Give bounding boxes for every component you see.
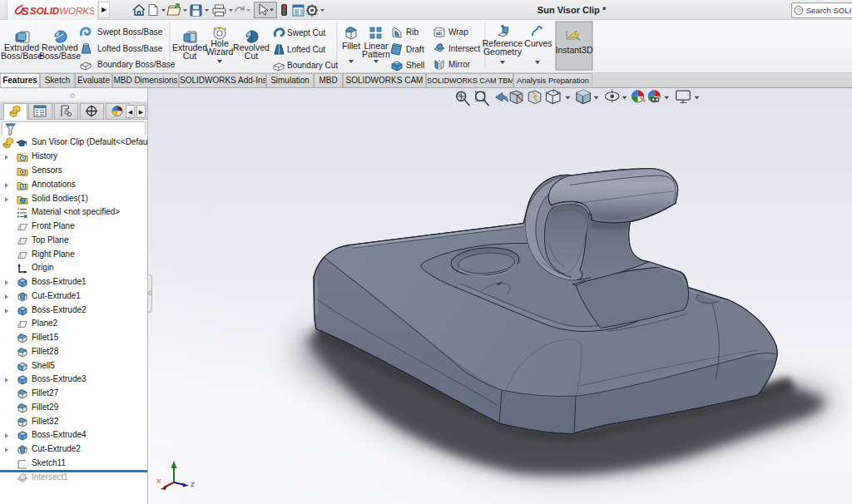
svg-text:SOLIDWORKS: SOLIDWORKS	[30, 6, 94, 16]
svg-text:ab: ab	[436, 31, 442, 36]
svg-text:A: A	[22, 184, 25, 189]
svg-text:X: X	[156, 477, 161, 485]
svg-text:S: S	[22, 5, 29, 17]
svg-text:Z: Z	[191, 481, 195, 488]
svg-text:?: ?	[797, 7, 800, 14]
